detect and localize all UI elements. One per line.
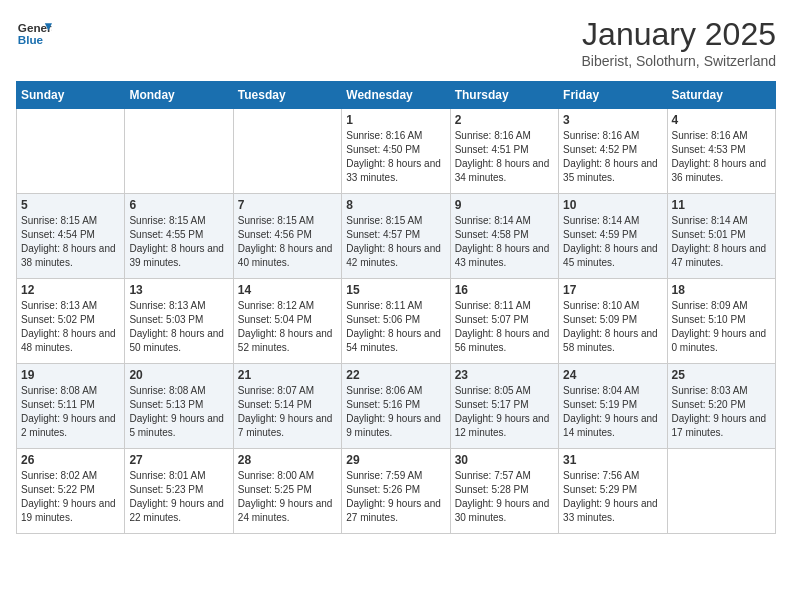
calendar-day-cell: 6Sunrise: 8:15 AMSunset: 4:55 PMDaylight…	[125, 194, 233, 279]
day-number: 4	[672, 113, 771, 127]
day-number: 11	[672, 198, 771, 212]
day-info: Sunrise: 8:08 AMSunset: 5:13 PMDaylight:…	[129, 384, 228, 440]
day-number: 7	[238, 198, 337, 212]
calendar-day-cell	[125, 109, 233, 194]
day-info: Sunrise: 8:14 AMSunset: 4:58 PMDaylight:…	[455, 214, 554, 270]
calendar-day-cell: 22Sunrise: 8:06 AMSunset: 5:16 PMDayligh…	[342, 364, 450, 449]
day-info: Sunrise: 8:16 AMSunset: 4:53 PMDaylight:…	[672, 129, 771, 185]
day-of-week-header: Tuesday	[233, 82, 341, 109]
day-number: 24	[563, 368, 662, 382]
day-number: 17	[563, 283, 662, 297]
calendar-day-cell: 15Sunrise: 8:11 AMSunset: 5:06 PMDayligh…	[342, 279, 450, 364]
calendar-day-cell: 23Sunrise: 8:05 AMSunset: 5:17 PMDayligh…	[450, 364, 558, 449]
calendar-day-cell: 12Sunrise: 8:13 AMSunset: 5:02 PMDayligh…	[17, 279, 125, 364]
calendar-week-row: 19Sunrise: 8:08 AMSunset: 5:11 PMDayligh…	[17, 364, 776, 449]
calendar-day-cell: 31Sunrise: 7:56 AMSunset: 5:29 PMDayligh…	[559, 449, 667, 534]
day-of-week-header: Sunday	[17, 82, 125, 109]
day-of-week-header: Friday	[559, 82, 667, 109]
day-info: Sunrise: 8:11 AMSunset: 5:06 PMDaylight:…	[346, 299, 445, 355]
day-info: Sunrise: 8:13 AMSunset: 5:03 PMDaylight:…	[129, 299, 228, 355]
day-number: 23	[455, 368, 554, 382]
calendar-day-cell: 27Sunrise: 8:01 AMSunset: 5:23 PMDayligh…	[125, 449, 233, 534]
calendar-table: SundayMondayTuesdayWednesdayThursdayFrid…	[16, 81, 776, 534]
location: Biberist, Solothurn, Switzerland	[581, 53, 776, 69]
day-info: Sunrise: 8:03 AMSunset: 5:20 PMDaylight:…	[672, 384, 771, 440]
calendar-day-cell	[233, 109, 341, 194]
day-number: 9	[455, 198, 554, 212]
day-info: Sunrise: 8:12 AMSunset: 5:04 PMDaylight:…	[238, 299, 337, 355]
day-info: Sunrise: 8:16 AMSunset: 4:52 PMDaylight:…	[563, 129, 662, 185]
calendar-week-row: 12Sunrise: 8:13 AMSunset: 5:02 PMDayligh…	[17, 279, 776, 364]
day-info: Sunrise: 8:15 AMSunset: 4:54 PMDaylight:…	[21, 214, 120, 270]
calendar-day-cell: 7Sunrise: 8:15 AMSunset: 4:56 PMDaylight…	[233, 194, 341, 279]
svg-text:Blue: Blue	[18, 33, 44, 46]
day-of-week-header: Monday	[125, 82, 233, 109]
calendar-day-cell: 28Sunrise: 8:00 AMSunset: 5:25 PMDayligh…	[233, 449, 341, 534]
calendar-day-cell: 25Sunrise: 8:03 AMSunset: 5:20 PMDayligh…	[667, 364, 775, 449]
day-number: 20	[129, 368, 228, 382]
day-info: Sunrise: 7:59 AMSunset: 5:26 PMDaylight:…	[346, 469, 445, 525]
day-info: Sunrise: 8:09 AMSunset: 5:10 PMDaylight:…	[672, 299, 771, 355]
logo: General Blue	[16, 16, 52, 52]
calendar-day-cell: 16Sunrise: 8:11 AMSunset: 5:07 PMDayligh…	[450, 279, 558, 364]
day-info: Sunrise: 8:11 AMSunset: 5:07 PMDaylight:…	[455, 299, 554, 355]
day-number: 28	[238, 453, 337, 467]
day-info: Sunrise: 8:10 AMSunset: 5:09 PMDaylight:…	[563, 299, 662, 355]
day-number: 13	[129, 283, 228, 297]
day-of-week-header: Thursday	[450, 82, 558, 109]
day-info: Sunrise: 8:01 AMSunset: 5:23 PMDaylight:…	[129, 469, 228, 525]
calendar-week-row: 26Sunrise: 8:02 AMSunset: 5:22 PMDayligh…	[17, 449, 776, 534]
day-number: 8	[346, 198, 445, 212]
day-info: Sunrise: 7:57 AMSunset: 5:28 PMDaylight:…	[455, 469, 554, 525]
calendar-day-cell: 1Sunrise: 8:16 AMSunset: 4:50 PMDaylight…	[342, 109, 450, 194]
day-number: 22	[346, 368, 445, 382]
calendar-day-cell: 17Sunrise: 8:10 AMSunset: 5:09 PMDayligh…	[559, 279, 667, 364]
day-info: Sunrise: 8:06 AMSunset: 5:16 PMDaylight:…	[346, 384, 445, 440]
day-number: 2	[455, 113, 554, 127]
day-info: Sunrise: 8:02 AMSunset: 5:22 PMDaylight:…	[21, 469, 120, 525]
page-header: General Blue January 2025 Biberist, Solo…	[16, 16, 776, 69]
day-number: 10	[563, 198, 662, 212]
calendar-day-cell: 11Sunrise: 8:14 AMSunset: 5:01 PMDayligh…	[667, 194, 775, 279]
day-info: Sunrise: 7:56 AMSunset: 5:29 PMDaylight:…	[563, 469, 662, 525]
calendar-week-row: 1Sunrise: 8:16 AMSunset: 4:50 PMDaylight…	[17, 109, 776, 194]
month-title: January 2025	[581, 16, 776, 53]
day-info: Sunrise: 8:14 AMSunset: 5:01 PMDaylight:…	[672, 214, 771, 270]
day-number: 18	[672, 283, 771, 297]
calendar-day-cell: 10Sunrise: 8:14 AMSunset: 4:59 PMDayligh…	[559, 194, 667, 279]
day-info: Sunrise: 8:07 AMSunset: 5:14 PMDaylight:…	[238, 384, 337, 440]
calendar-day-cell: 13Sunrise: 8:13 AMSunset: 5:03 PMDayligh…	[125, 279, 233, 364]
calendar-day-cell: 8Sunrise: 8:15 AMSunset: 4:57 PMDaylight…	[342, 194, 450, 279]
calendar-day-cell: 9Sunrise: 8:14 AMSunset: 4:58 PMDaylight…	[450, 194, 558, 279]
calendar-day-cell: 19Sunrise: 8:08 AMSunset: 5:11 PMDayligh…	[17, 364, 125, 449]
calendar-day-cell: 14Sunrise: 8:12 AMSunset: 5:04 PMDayligh…	[233, 279, 341, 364]
calendar-day-cell: 4Sunrise: 8:16 AMSunset: 4:53 PMDaylight…	[667, 109, 775, 194]
day-number: 14	[238, 283, 337, 297]
day-of-week-header: Saturday	[667, 82, 775, 109]
day-number: 15	[346, 283, 445, 297]
title-block: January 2025 Biberist, Solothurn, Switze…	[581, 16, 776, 69]
day-number: 12	[21, 283, 120, 297]
calendar-day-cell: 18Sunrise: 8:09 AMSunset: 5:10 PMDayligh…	[667, 279, 775, 364]
day-number: 25	[672, 368, 771, 382]
day-number: 19	[21, 368, 120, 382]
day-number: 6	[129, 198, 228, 212]
calendar-day-cell: 3Sunrise: 8:16 AMSunset: 4:52 PMDaylight…	[559, 109, 667, 194]
day-info: Sunrise: 8:08 AMSunset: 5:11 PMDaylight:…	[21, 384, 120, 440]
calendar-header-row: SundayMondayTuesdayWednesdayThursdayFrid…	[17, 82, 776, 109]
day-number: 1	[346, 113, 445, 127]
day-number: 30	[455, 453, 554, 467]
calendar-day-cell	[17, 109, 125, 194]
day-info: Sunrise: 8:05 AMSunset: 5:17 PMDaylight:…	[455, 384, 554, 440]
day-info: Sunrise: 8:15 AMSunset: 4:56 PMDaylight:…	[238, 214, 337, 270]
calendar-day-cell: 21Sunrise: 8:07 AMSunset: 5:14 PMDayligh…	[233, 364, 341, 449]
day-number: 31	[563, 453, 662, 467]
day-info: Sunrise: 8:14 AMSunset: 4:59 PMDaylight:…	[563, 214, 662, 270]
day-number: 16	[455, 283, 554, 297]
calendar-day-cell: 20Sunrise: 8:08 AMSunset: 5:13 PMDayligh…	[125, 364, 233, 449]
calendar-day-cell: 5Sunrise: 8:15 AMSunset: 4:54 PMDaylight…	[17, 194, 125, 279]
calendar-day-cell: 29Sunrise: 7:59 AMSunset: 5:26 PMDayligh…	[342, 449, 450, 534]
day-info: Sunrise: 8:15 AMSunset: 4:55 PMDaylight:…	[129, 214, 228, 270]
day-info: Sunrise: 8:16 AMSunset: 4:50 PMDaylight:…	[346, 129, 445, 185]
calendar-day-cell: 2Sunrise: 8:16 AMSunset: 4:51 PMDaylight…	[450, 109, 558, 194]
